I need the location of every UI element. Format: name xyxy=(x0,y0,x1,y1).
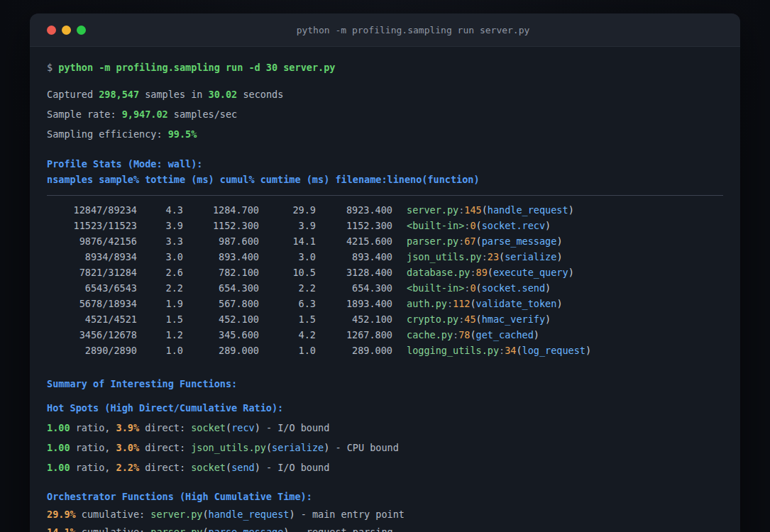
filename: database.py xyxy=(407,267,470,278)
table-row: 3456/126781.2345.6004.21267.800cache.py:… xyxy=(47,327,723,343)
function-cell: auth.py:112(validate_token) xyxy=(407,296,563,311)
function-name: socket.send xyxy=(482,282,545,294)
ratio-value: 1.00 xyxy=(47,422,70,433)
function-cell: cache.py:78(get_cached) xyxy=(407,327,539,343)
cumul-pct-cell: 3.9 xyxy=(259,218,316,233)
target-name: json_utils.py xyxy=(191,442,266,453)
hot-spots-list: 1.00 ratio, 3.9% direct: socket(recv) - … xyxy=(47,420,723,475)
table-row: 5678/189341.9567.8006.31893.400auth.py:1… xyxy=(47,296,723,311)
terminal-window: python -m profiling.sampling run server.… xyxy=(30,13,740,532)
sample-pct-cell: 1.9 xyxy=(137,296,183,311)
profile-table: 12847/892344.31284.70029.98923.400server… xyxy=(47,202,723,358)
line-number: 78 xyxy=(458,329,470,340)
sample-pct-cell: 1.5 xyxy=(137,311,183,327)
cumtime-cell: 452.100 xyxy=(316,311,392,327)
tottime-cell: 893.400 xyxy=(183,249,259,265)
line-number: 0 xyxy=(470,220,475,231)
ratio-value: 1.00 xyxy=(47,442,70,453)
captured-samples-value: 298,547 xyxy=(99,89,139,100)
function-name: handle_request xyxy=(209,509,290,520)
window-title: python -m profiling.sampling run server.… xyxy=(86,25,740,35)
sample-pct-cell: 3.0 xyxy=(137,249,183,265)
direct-pct-value: 3.9% xyxy=(116,422,140,433)
function-name: socket.recv xyxy=(482,220,545,231)
tottime-cell: 289.000 xyxy=(183,343,259,358)
filename: server.py xyxy=(407,204,458,216)
cumtime-cell: 1152.300 xyxy=(316,218,392,233)
cumtime-cell: 893.400 xyxy=(316,249,392,265)
cumul-pct-cell: 4.2 xyxy=(259,327,316,343)
nsamples-cell: 2890/2890 xyxy=(47,343,137,358)
tottime-cell: 1152.300 xyxy=(183,218,259,233)
function-name: validate_token xyxy=(476,298,557,309)
function-name: parse_message xyxy=(209,526,284,532)
line-number: 23 xyxy=(488,251,499,262)
function-name: parse_message xyxy=(482,235,557,247)
direct-pct-value: 2.2% xyxy=(116,462,140,473)
cumtime-cell: 1893.400 xyxy=(316,296,392,311)
captured-mid-label: samples in xyxy=(139,89,209,100)
efficiency-label: Sampling efficiency: xyxy=(47,128,168,140)
line-number: 67 xyxy=(464,235,475,247)
table-row: 12847/892344.31284.70029.98923.400server… xyxy=(47,202,723,218)
cumulative-pct-value: 29.9% xyxy=(47,509,76,520)
function-name: serialize xyxy=(272,442,324,453)
table-row: 2890/28901.0289.0001.0289.000logging_uti… xyxy=(47,343,723,358)
function-cell: crypto.py:45(hmac_verify) xyxy=(407,311,551,327)
sample-pct-cell: 1.2 xyxy=(137,327,183,343)
cumtime-cell: 654.300 xyxy=(316,280,392,296)
cumul-pct-cell: 1.0 xyxy=(259,343,316,358)
sample-pct-cell: 3.3 xyxy=(137,233,183,249)
function-name: serialize xyxy=(505,251,556,262)
nsamples-cell: 3456/12678 xyxy=(47,327,137,343)
tottime-cell: 987.600 xyxy=(183,233,259,249)
function-cell: parser.py:67(parse_message) xyxy=(407,233,563,249)
filename: logging_utils.py xyxy=(407,345,499,356)
function-cell: <built-in>:0(socket.recv) xyxy=(407,218,551,233)
sample-pct-cell: 4.3 xyxy=(137,202,183,218)
cumul-pct-cell: 3.0 xyxy=(259,249,316,265)
efficiency-line: Sampling efficiency: 99.5% xyxy=(47,126,723,142)
target-name: server.py xyxy=(150,509,202,520)
sample-pct-cell: 2.6 xyxy=(137,265,183,280)
line-number: 0 xyxy=(470,282,475,294)
table-row: 6543/65432.2654.3002.2654.300<built-in>:… xyxy=(47,280,723,296)
minimize-button[interactable] xyxy=(62,26,71,35)
tottime-cell: 452.100 xyxy=(183,311,259,327)
nsamples-cell: 7821/31284 xyxy=(47,265,137,280)
function-name: hmac_verify xyxy=(482,314,545,325)
function-cell: database.py:89(execute_query) xyxy=(407,265,574,280)
orchestrator-row: 14.1% cumulative: parser.py(parse_messag… xyxy=(47,524,723,532)
function-cell: server.py:145(handle_request) xyxy=(407,202,574,218)
function-cell: logging_utils.py:34(log_request) xyxy=(407,343,591,358)
sample-pct-cell: 1.0 xyxy=(137,343,183,358)
orchestrator-row: 29.9% cumulative: server.py(handle_reque… xyxy=(47,506,723,522)
tottime-cell: 654.300 xyxy=(183,280,259,296)
function-name: send xyxy=(231,462,255,473)
sample-rate-value: 9,947.02 xyxy=(122,109,168,120)
sample-pct-cell: 2.2 xyxy=(137,280,183,296)
maximize-button[interactable] xyxy=(77,26,86,35)
close-button[interactable] xyxy=(47,26,56,35)
nsamples-cell: 11523/11523 xyxy=(47,218,137,233)
nsamples-cell: 6543/6543 xyxy=(47,280,137,296)
titlebar: python -m profiling.sampling run server.… xyxy=(30,13,740,47)
filename: <built-in> xyxy=(407,282,464,294)
target-name: socket xyxy=(191,462,226,473)
table-divider xyxy=(47,195,723,196)
role-note: - main entry point xyxy=(295,509,405,520)
terminal-content[interactable]: $ python -m profiling.sampling run -d 30… xyxy=(30,47,740,532)
cumul-pct-cell: 2.2 xyxy=(259,280,316,296)
ratio-value: 1.00 xyxy=(47,462,70,473)
filename: <built-in> xyxy=(407,220,464,231)
sample-pct-cell: 3.9 xyxy=(137,218,183,233)
table-row: 8934/89343.0893.4003.0893.400json_utils.… xyxy=(47,249,723,265)
line-number: 145 xyxy=(464,204,481,216)
captured-suffix: seconds xyxy=(237,89,283,100)
table-row: 7821/312842.6782.10010.53128.400database… xyxy=(47,265,723,280)
function-cell: <built-in>:0(socket.send) xyxy=(407,280,551,296)
sample-rate-label: Sample rate: xyxy=(47,109,122,120)
filename: auth.py xyxy=(407,298,447,309)
function-name: get_cached xyxy=(476,329,534,340)
cumtime-cell: 289.000 xyxy=(316,343,392,358)
